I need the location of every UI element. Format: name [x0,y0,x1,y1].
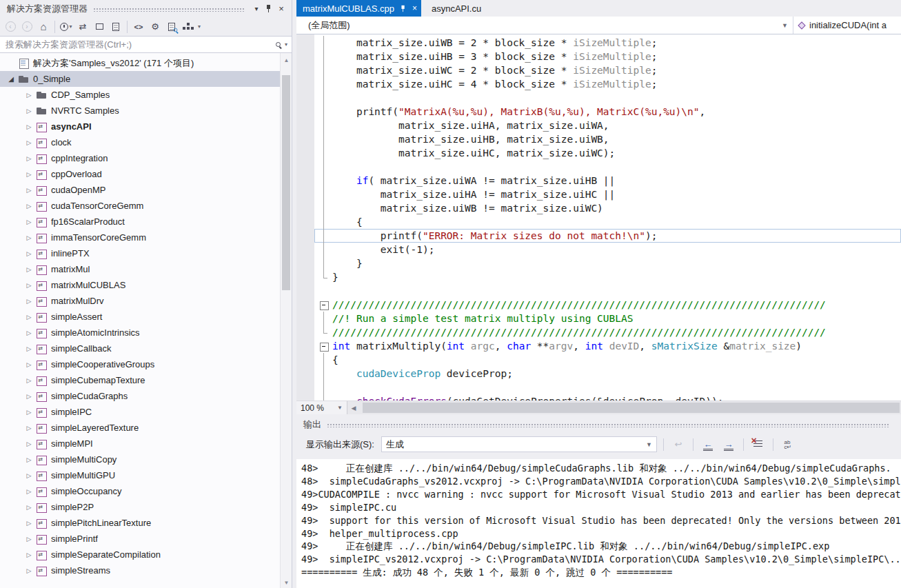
tree-item-simplelayeredtexture[interactable]: ▷simpleLayeredTexture [0,420,281,436]
scrollbar-thumb[interactable] [363,403,900,413]
word-wrap-button[interactable]: abc↵ [780,437,796,452]
output-text-area[interactable]: 48> 正在创建库 ../../bin/win64/Debug/simpleCu… [296,459,901,588]
expander-closed-icon[interactable]: ▷ [22,250,36,257]
pin-button[interactable] [263,3,275,15]
view-code-button[interactable]: <> [131,19,146,34]
tree-item-simplepitchlineartexture[interactable]: ▷simplePitchLinearTexture [0,515,281,531]
close-icon[interactable]: × [412,3,417,13]
expander-closed-icon[interactable]: ▷ [22,282,36,289]
expander-open-icon[interactable]: ◢ [4,75,18,83]
tree-item-simplemulticopy[interactable]: ▷simpleMultiCopy [0,452,281,467]
expander-closed-icon[interactable]: ▷ [22,345,36,352]
expander-closed-icon[interactable]: ▷ [22,520,36,527]
expander-closed-icon[interactable]: ▷ [22,298,36,305]
tree-item-clock[interactable]: ▷clock [0,134,281,150]
expander-closed-icon[interactable]: ▷ [22,409,36,416]
indicator-margin[interactable] [296,34,314,401]
expander-closed-icon[interactable]: ▷ [22,187,36,194]
tree-item-simplestreams[interactable]: ▷simpleStreams [0,562,281,578]
tree-item-cudatensorcoregemm[interactable]: ▷cudaTensorCoreGemm [0,198,281,214]
tree-item-simplecudagraphs[interactable]: ▷simpleCudaGraphs [0,388,281,404]
tree-item--samples_vs2012-171-[interactable]: 解决方案'Samples_vs2012' (171 个项目) [0,55,281,71]
search-icon[interactable] [276,42,281,47]
fold-collapse-icon[interactable] [314,339,332,353]
next-message-button[interactable]: → [720,437,737,452]
previous-message-button[interactable]: ← [700,437,716,452]
home-button[interactable]: ⌂ [36,19,51,34]
pin-icon[interactable] [401,4,407,12]
back-button[interactable]: ‹ [3,19,18,34]
tree-item-matrixmuldrv[interactable]: ▷matrixMulDrv [0,293,281,309]
fold-collapse-icon[interactable] [314,298,332,312]
chevron-down-icon[interactable]: ▾ [285,41,287,48]
tab-matrixmulcublas[interactable]: matrixMulCUBLAS.cpp × [296,0,421,17]
expander-closed-icon[interactable]: ▷ [22,504,36,511]
expander-closed-icon[interactable]: ▷ [22,551,36,558]
toolbar-overflow-icon[interactable]: ▾ [198,23,201,30]
tree-item-asyncapi[interactable]: ▷asyncAPI [0,119,281,134]
tree-scrollbar[interactable]: ▲ ▼ [280,53,292,588]
expander-closed-icon[interactable]: ▷ [22,155,36,162]
expander-closed-icon[interactable]: ▷ [22,377,36,384]
tree-item-simpleatomicintrinsics[interactable]: ▷simpleAtomicIntrinsics [0,325,281,341]
tree-item-cudaopenmp[interactable]: ▷cudaOpenMP [0,182,281,198]
search-box[interactable]: 搜索解决方案资源管理器(Ctrl+;) ▾ [0,36,292,53]
tree-item-cdp_samples[interactable]: ▷CDP_Samples [0,87,281,103]
tree-item-simplecooperativegroups[interactable]: ▷simpleCooperativeGroups [0,356,281,372]
expander-closed-icon[interactable]: ▷ [22,472,36,479]
window-position-button[interactable]: ▾ [250,3,263,15]
expander-closed-icon[interactable]: ▷ [22,393,36,400]
expander-closed-icon[interactable]: ▷ [22,234,36,241]
forward-button[interactable]: › [19,19,34,34]
scrollbar-thumb[interactable] [282,75,290,290]
code-editor[interactable]: matrix_size.uiWB = 2 * block_size * iSiz… [296,34,901,401]
tree-item-cppintegration[interactable]: ▷cppIntegration [0,150,281,166]
close-button[interactable]: × [275,3,287,15]
expander-closed-icon[interactable]: ▷ [22,108,36,114]
scope-dropdown[interactable]: (全局范围) ▼ [296,17,793,34]
member-dropdown[interactable]: initializeCUDA(int a [793,20,901,30]
tree-item-simplecallback[interactable]: ▷simpleCallback [0,341,281,356]
expander-closed-icon[interactable]: ▷ [22,567,36,574]
show-all-files-button[interactable] [108,19,123,34]
horizontal-scrollbar[interactable] [360,401,901,414]
tree-item-matrixmulcublas[interactable]: ▷matrixMulCUBLAS [0,277,281,293]
expander-closed-icon[interactable]: ▷ [22,266,36,273]
tree-item-simpleassert[interactable]: ▷simpleAssert [0,309,281,325]
collapse-all-button[interactable] [92,19,107,34]
expander-closed-icon[interactable]: ▷ [22,314,36,321]
expander-closed-icon[interactable]: ▷ [22,92,36,99]
tree-item-simplecubemaptexture[interactable]: ▷simpleCubemapTexture [0,372,281,388]
tree-item-immatensorcoregemm[interactable]: ▷immaTensorCoreGemm [0,230,281,245]
sync-with-active-document-button[interactable]: ⇄ [75,19,90,34]
expander-closed-icon[interactable]: ▷ [22,203,36,210]
tree-item-simpleseparatecompilation[interactable]: ▷simpleSeparateCompilation [0,547,281,562]
scroll-down-icon[interactable]: ▼ [281,577,292,588]
tree-item-simpleoccupancy[interactable]: ▷simpleOccupancy [0,483,281,499]
tree-item-nvrtc-samples[interactable]: ▷NVRTC Samples [0,103,281,119]
expander-closed-icon[interactable]: ▷ [22,536,36,543]
expander-closed-icon[interactable]: ▷ [22,488,36,495]
tree-item-simplempi[interactable]: ▷simpleMPI [0,436,281,452]
goto-source-button[interactable]: ↩ [670,437,687,452]
expander-closed-icon[interactable]: ▷ [22,171,36,178]
tree-item-simplep2p[interactable]: ▷simpleP2P [0,499,281,515]
tree-item-cppoverload[interactable]: ▷cppOverload [0,166,281,182]
pending-changes-filter-button[interactable]: ▾ [59,19,74,34]
expander-closed-icon[interactable]: ▷ [22,456,36,463]
expander-closed-icon[interactable]: ▷ [22,139,36,146]
tree-item-0_simple[interactable]: ◢0_Simple [0,71,281,87]
tree-item-simplemultigpu[interactable]: ▷simpleMultiGPU [0,467,281,483]
tab-asyncapi[interactable]: asyncAPI.cu [425,0,487,17]
clear-all-button[interactable] [750,437,767,452]
output-source-dropdown[interactable]: 生成 ▼ [381,436,657,452]
properties-button[interactable]: ⚙ [148,19,163,34]
tree-item-inlineptx[interactable]: ▷inlinePTX [0,245,281,261]
expander-closed-icon[interactable]: ▷ [22,440,36,447]
expander-closed-icon[interactable]: ▷ [22,123,36,130]
tree-item-matrixmul[interactable]: ▷matrixMul [0,261,281,277]
scroll-left-icon[interactable]: ◀ [347,405,360,412]
zoom-dropdown[interactable]: 100 % ▼ [296,401,347,414]
expander-closed-icon[interactable]: ▷ [22,330,36,336]
preview-selected-items-button[interactable] [164,19,179,34]
